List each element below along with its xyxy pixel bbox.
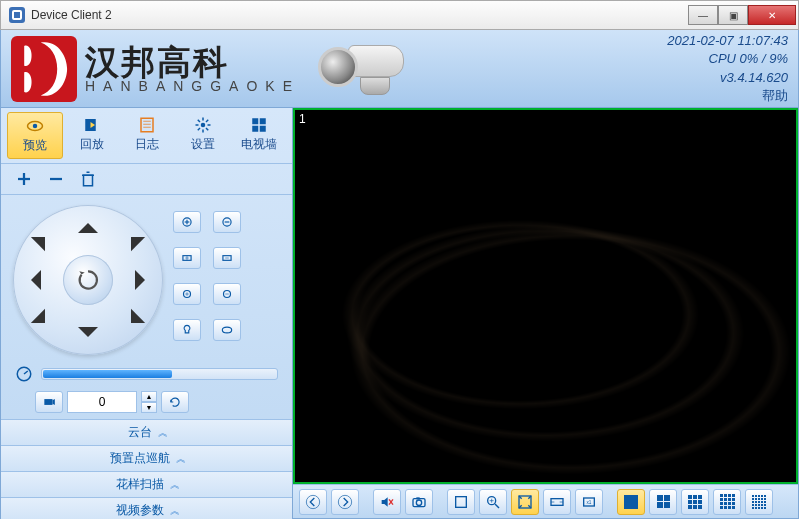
- ptz-right[interactable]: [135, 270, 155, 290]
- svg-point-7: [201, 123, 206, 128]
- preset-goto-button[interactable]: [35, 391, 63, 413]
- preset-set-button[interactable]: [161, 391, 189, 413]
- preset-up-button[interactable]: ▲: [141, 391, 157, 402]
- brand-name-en: HANBANGGAOKE: [85, 79, 300, 93]
- window-title: Device Client 2: [31, 8, 688, 22]
- brand-logo: 汉邦高科 HANBANGGAOKE: [11, 36, 300, 102]
- stretch-button[interactable]: [511, 489, 539, 515]
- original-size-button[interactable]: x1: [575, 489, 603, 515]
- next-page-button[interactable]: [331, 489, 359, 515]
- ptz-left[interactable]: [21, 270, 41, 290]
- svg-line-12: [198, 120, 200, 122]
- iris-close-button[interactable]: [213, 283, 241, 305]
- svg-line-13: [206, 128, 208, 130]
- tab-label: 电视墙: [241, 137, 277, 151]
- status-timestamp: 2021-02-07 11:07:43: [667, 32, 788, 50]
- iris-open-button[interactable]: [173, 283, 201, 305]
- focus-far-button[interactable]: [213, 247, 241, 269]
- chevron-up-icon: ︽: [176, 453, 184, 464]
- ptz-down-right[interactable]: [117, 309, 145, 337]
- mute-button[interactable]: [373, 489, 401, 515]
- log-icon: [136, 116, 158, 134]
- snapshot-button[interactable]: [405, 489, 433, 515]
- tab-label: 设置: [191, 137, 215, 151]
- ptz-up[interactable]: [78, 213, 98, 233]
- tab-label: 回放: [80, 137, 104, 151]
- svg-rect-16: [252, 118, 258, 124]
- remove-device-button[interactable]: [47, 170, 65, 188]
- brand-name-cn: 汉邦高科: [85, 45, 300, 79]
- aspect-ratio-button[interactable]: [543, 489, 571, 515]
- ptz-auto-button[interactable]: [63, 255, 113, 305]
- svg-point-1: [33, 124, 38, 129]
- svg-rect-23: [84, 175, 93, 186]
- preset-number-input[interactable]: [67, 391, 137, 413]
- app-header: 汉邦高科 HANBANGGAOKE 2021-02-07 11:07:43 CP…: [0, 30, 799, 108]
- device-toolbar: [1, 164, 292, 195]
- svg-line-15: [206, 120, 208, 122]
- accordion-video-params[interactable]: 视频参数︽: [1, 498, 292, 519]
- tab-log[interactable]: 日志: [121, 112, 175, 159]
- delete-device-button[interactable]: [79, 170, 97, 188]
- main-tabs: 预览 回放 日志 设置 电视墙: [1, 108, 292, 164]
- digital-zoom-button[interactable]: [479, 489, 507, 515]
- svg-point-41: [222, 327, 231, 333]
- maximize-button[interactable]: ▣: [718, 5, 748, 25]
- tab-settings[interactable]: 设置: [176, 112, 230, 159]
- svg-rect-18: [252, 126, 258, 132]
- svg-rect-3: [141, 118, 153, 132]
- tab-label: 预览: [23, 138, 47, 152]
- accordion-ptz[interactable]: 云台︽: [1, 420, 292, 446]
- focus-near-button[interactable]: [173, 247, 201, 269]
- layout-16-button[interactable]: [713, 489, 741, 515]
- layout-1-button[interactable]: [617, 489, 645, 515]
- add-device-button[interactable]: [15, 170, 33, 188]
- preset-down-button[interactable]: ▼: [141, 402, 157, 413]
- layout-9-button[interactable]: [681, 489, 709, 515]
- chevron-up-icon: ︽: [170, 479, 178, 490]
- video-view[interactable]: 1: [293, 108, 798, 484]
- close-button[interactable]: ✕: [748, 5, 796, 25]
- svg-line-14: [198, 128, 200, 130]
- svg-line-54: [495, 504, 499, 508]
- svg-rect-17: [260, 118, 266, 124]
- light-button[interactable]: [173, 319, 201, 341]
- minimize-button[interactable]: —: [688, 5, 718, 25]
- sidebar: 预览 回放 日志 设置 电视墙: [0, 108, 293, 519]
- tab-tvwall[interactable]: 电视墙: [232, 112, 286, 159]
- svg-text:x1: x1: [587, 500, 592, 505]
- ptz-down-left[interactable]: [31, 309, 59, 337]
- eye-icon: [24, 117, 46, 135]
- ptz-speed-slider[interactable]: [41, 368, 278, 380]
- ptz-down[interactable]: [78, 327, 98, 347]
- app-icon: [9, 7, 25, 23]
- tab-playback[interactable]: 回放: [65, 112, 119, 159]
- ptz-dpad: [13, 205, 163, 355]
- playback-icon: [81, 116, 103, 134]
- wiper-button[interactable]: [213, 319, 241, 341]
- tab-label: 日志: [135, 137, 159, 151]
- layout-25-button[interactable]: [745, 489, 773, 515]
- svg-rect-44: [44, 399, 52, 405]
- zoom-out-button[interactable]: [213, 211, 241, 233]
- video-toolbar: x1: [293, 484, 798, 518]
- ptz-up-left[interactable]: [31, 223, 59, 251]
- fullscreen-button[interactable]: [447, 489, 475, 515]
- accordion-pattern-scan[interactable]: 花样扫描︽: [1, 472, 292, 498]
- svg-rect-51: [416, 497, 419, 499]
- accordion-preset-cruise[interactable]: 预置点巡航︽: [1, 446, 292, 472]
- help-link[interactable]: 帮助: [667, 87, 788, 105]
- ptz-accordion: 云台︽ 预置点巡航︽ 花样扫描︽ 视频参数︽: [1, 419, 292, 519]
- zoom-in-button[interactable]: [173, 211, 201, 233]
- chevron-up-icon: ︽: [170, 505, 178, 516]
- svg-point-45: [306, 495, 319, 508]
- svg-point-46: [338, 495, 351, 508]
- status-block: 2021-02-07 11:07:43 CPU 0% / 9% v3.4.14.…: [667, 32, 788, 105]
- tab-preview[interactable]: 预览: [7, 112, 63, 159]
- ptz-up-right[interactable]: [117, 223, 145, 251]
- tvwall-icon: [248, 116, 270, 134]
- layout-4-button[interactable]: [649, 489, 677, 515]
- camera-icon: [318, 39, 406, 99]
- prev-page-button[interactable]: [299, 489, 327, 515]
- svg-point-50: [416, 500, 421, 505]
